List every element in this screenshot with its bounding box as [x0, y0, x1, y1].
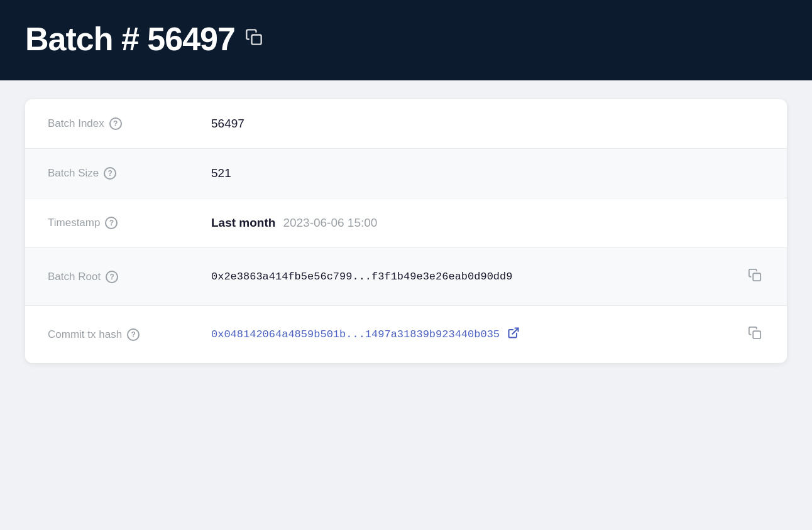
- batch-root-copy-button[interactable]: [745, 266, 764, 288]
- commit-tx-copy-button[interactable]: [745, 323, 764, 345]
- svg-rect-0: [251, 35, 261, 44]
- detail-card: Batch Index ? 56497 Batch Size ? 521 Tim…: [25, 99, 787, 363]
- commit-tx-value-col: 0x048142064a4859b501b...1497a31839b92344…: [211, 323, 764, 345]
- page-title: Batch # 56497: [25, 20, 235, 58]
- batch-root-row: Batch Root ? 0x2e3863a414fb5e56c799...f3…: [25, 248, 787, 306]
- svg-rect-3: [753, 331, 760, 338]
- main-content: Batch Index ? 56497 Batch Size ? 521 Tim…: [0, 80, 812, 382]
- timestamp-relative: Last month: [211, 216, 275, 230]
- batch-size-label: Batch Size: [48, 167, 99, 180]
- batch-size-row: Batch Size ? 521: [25, 149, 787, 198]
- timestamp-label-col: Timestamp ?: [48, 217, 211, 229]
- header-copy-button[interactable]: [245, 28, 263, 50]
- batch-size-value-col: 521: [211, 166, 764, 180]
- timestamp-row: Timestamp ? Last month 2023-06-06 15:00: [25, 198, 787, 248]
- batch-root-value: 0x2e3863a414fb5e56c799...f3f1b49e3e26eab…: [211, 271, 512, 283]
- batch-index-value: 56497: [211, 117, 244, 131]
- batch-root-help-icon[interactable]: ?: [106, 271, 118, 283]
- commit-tx-actions: [745, 323, 764, 345]
- svg-line-2: [512, 328, 518, 334]
- batch-size-help-icon[interactable]: ?: [104, 167, 116, 180]
- batch-root-value-col: 0x2e3863a414fb5e56c799...f3f1b49e3e26eab…: [211, 266, 764, 288]
- commit-tx-label: Commit tx hash: [48, 328, 122, 341]
- batch-index-label-col: Batch Index ?: [48, 117, 211, 130]
- timestamp-help-icon[interactable]: ?: [105, 217, 118, 229]
- commit-tx-hash-row: Commit tx hash ? 0x048142064a4859b501b..…: [25, 306, 787, 363]
- header-title-row: Batch # 56497: [25, 20, 787, 58]
- batch-index-value-col: 56497: [211, 117, 764, 131]
- batch-index-row: Batch Index ? 56497: [25, 99, 787, 149]
- timestamp-absolute: 2023-06-06 15:00: [283, 216, 377, 230]
- page-header: Batch # 56497: [0, 0, 812, 80]
- timestamp-value-col: Last month 2023-06-06 15:00: [211, 216, 764, 230]
- commit-tx-hash-link[interactable]: 0x048142064a4859b501b...1497a31839b92344…: [211, 328, 500, 340]
- commit-tx-label-col: Commit tx hash ?: [48, 328, 211, 341]
- svg-rect-1: [753, 273, 760, 281]
- batch-size-value: 521: [211, 166, 231, 180]
- timestamp-label: Timestamp: [48, 217, 100, 229]
- commit-tx-help-icon[interactable]: ?: [127, 328, 140, 341]
- batch-index-help-icon[interactable]: ?: [109, 117, 122, 130]
- batch-root-actions: [745, 266, 764, 288]
- batch-index-label: Batch Index: [48, 117, 104, 130]
- batch-root-label-col: Batch Root ?: [48, 271, 211, 283]
- batch-root-label: Batch Root: [48, 271, 101, 283]
- commit-tx-external-link-icon[interactable]: [507, 327, 520, 342]
- batch-size-label-col: Batch Size ?: [48, 167, 211, 180]
